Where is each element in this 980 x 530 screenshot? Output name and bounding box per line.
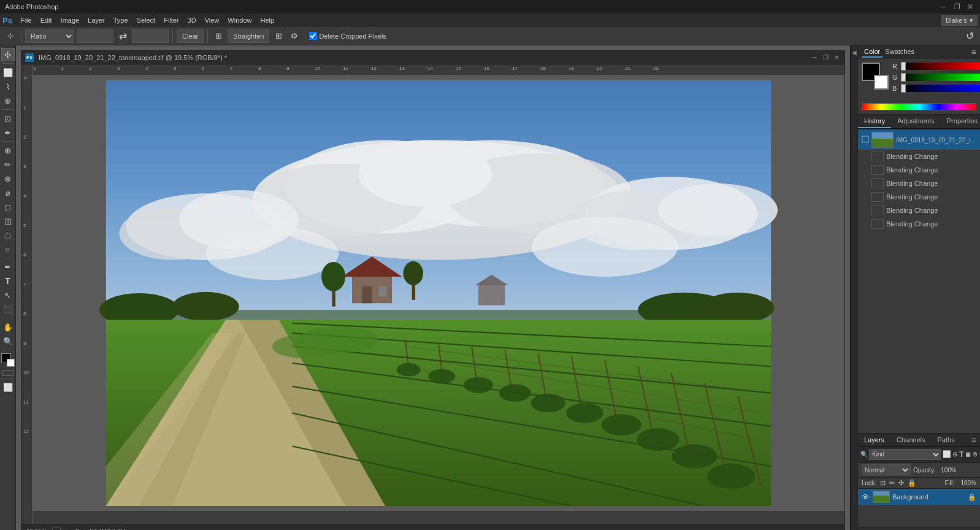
brush-tool[interactable]: ✏ [1,158,15,171]
history-brush-tool[interactable]: ⌀ [1,186,15,199]
color-spectrum-bar[interactable] [862,103,976,110]
history-item-5[interactable]: Blending Change [858,204,980,217]
menu-edit[interactable]: Edit [37,15,56,25]
layer-visibility-btn[interactable]: 👁 [862,493,870,502]
zoom-tool[interactable]: 🔍 [1,334,15,348]
paths-tab[interactable]: Paths [932,434,961,446]
clone-stamp-tool[interactable]: ⊗ [1,172,15,185]
layers-panel-options-btn[interactable]: ≡ [968,434,980,446]
quick-select-tool[interactable]: ⊛ [1,94,15,107]
crop-tool[interactable]: ⊡ [1,112,15,125]
close-button[interactable]: ✕ [965,2,975,11]
filter-shape-btn[interactable]: ◼ [965,450,971,458]
filter-smart-btn[interactable]: ⊗ [972,450,978,458]
history-snapshot-item[interactable]: IMG_0918_19_20_21_22_t... [858,130,980,150]
doc-minimize-btn[interactable]: ─ [810,53,819,62]
height-input[interactable] [132,29,169,43]
history-snapshot-thumb [871,132,894,148]
menu-window[interactable]: Window [224,15,255,25]
width-input[interactable] [77,29,113,43]
adjustments-tab[interactable]: Adjustments [891,115,941,128]
layer-background[interactable]: 👁 Background 🔒 [858,489,980,505]
path-select-tool[interactable]: ↖ [1,288,15,302]
proof-colors-btn[interactable]: ⊞ [52,528,61,531]
type-tool[interactable]: T [1,274,15,288]
history-item-4[interactable]: Blending Change [858,190,980,204]
hand-tool[interactable]: ✋ [1,320,15,334]
profile-selector[interactable]: Blake's ▾ [941,15,978,26]
lock-position-btn[interactable]: ✣ [898,479,904,487]
gradient-tool[interactable]: ◫ [1,214,15,228]
background-color[interactable] [7,359,15,367]
filter-type-btn[interactable]: T [959,450,964,459]
quick-mask-btn[interactable] [2,370,13,376]
menu-view[interactable]: View [201,15,223,25]
green-slider[interactable] [901,74,980,81]
history-item-6[interactable]: Blending Change [858,217,980,231]
menu-select[interactable]: Select [133,15,159,25]
history-snapshot-check [862,136,869,144]
doc-restore-btn[interactable]: ❐ [821,53,830,62]
minimize-button[interactable]: ─ [938,2,948,11]
marquee-tool[interactable]: ⬜ [1,66,15,79]
lock-image-btn[interactable]: ✏ [889,479,895,487]
shape-tool[interactable]: ⬛ [1,302,15,316]
svg-rect-69 [106,80,771,506]
restore-button[interactable]: ❐ [952,2,962,11]
menu-3d[interactable]: 3D [184,15,200,25]
history-item-2[interactable]: Blending Change [858,163,980,177]
filter-pixel-btn[interactable]: ⬜ [943,450,951,458]
dodge-tool[interactable]: ○ [1,242,15,256]
history-panel-tabs: History Adjustments Properties ≡ [858,115,980,129]
screen-mode-btn[interactable]: ⬜ [1,380,15,394]
panel-collapse-btn[interactable]: ◀ [850,45,857,530]
kind-filter-select[interactable]: Kind [869,449,941,460]
menu-filter[interactable]: Filter [160,15,182,25]
lock-all-btn[interactable]: 🔒 [908,479,916,487]
lasso-tool[interactable]: ⌇ [1,80,15,93]
menu-type[interactable]: Type [110,15,132,25]
history-tab[interactable]: History [858,115,891,128]
settings-icon[interactable]: ⚙ [288,29,301,43]
history-item-1[interactable]: Blending Change [858,150,980,163]
document-title: IMG_0918_19_20_21_22_tonemapped.tif @ 19… [39,54,227,61]
menu-image[interactable]: Image [57,15,83,25]
eyedropper-tool[interactable]: ✒ [1,126,15,139]
clear-button[interactable]: Clear [177,29,204,43]
main-area: ✣ ⬜ ⌇ ⊛ ⊡ ✒ ⊕ ✏ ⊗ ⌀ ◻ ◫ ◌ ○ ✒ T ↖ ⬛ ✋ 🔍 [0,45,980,530]
doc-close-btn[interactable]: ✕ [832,53,841,62]
filter-adj-btn[interactable]: ⊕ [952,450,958,458]
rotate-icon[interactable]: ↺ [963,29,976,43]
color-swatches[interactable] [1,353,15,367]
swap-icon[interactable]: ⇄ [116,29,129,43]
eraser-tool[interactable]: ◻ [1,200,15,213]
history-item-3[interactable]: Blending Change [858,177,980,190]
blue-slider[interactable] [901,85,980,92]
menu-file[interactable]: File [17,15,36,25]
straighten-button[interactable]: Straighten [228,29,269,43]
delete-cropped-checkbox[interactable]: Delete Cropped Pixels [309,32,386,40]
move-tool[interactable]: ✣ [1,48,15,61]
move-tool-icon: ⊹ [4,29,17,43]
background-swatch[interactable] [874,75,889,90]
delete-cropped-input[interactable] [309,32,317,40]
channels-tab[interactable]: Channels [890,434,931,446]
blend-mode-select[interactable]: Normal [862,464,911,475]
menu-layer[interactable]: Layer [84,15,109,25]
red-slider[interactable] [901,63,980,70]
lock-transparent-btn[interactable]: ⊡ [880,479,886,487]
layer-lock-icon: 🔒 [968,493,976,501]
blur-tool[interactable]: ◌ [1,228,15,242]
pen-tool[interactable]: ✒ [1,260,15,274]
swatches-tab[interactable]: Swatches [882,47,917,58]
menu-help[interactable]: Help [256,15,278,25]
color-tab[interactable]: Color [862,47,882,58]
layers-tab[interactable]: Layers [858,434,890,446]
ratio-select[interactable]: Ratio [25,29,74,43]
history-item-thumb-2 [871,165,884,175]
layers-bottom-controls: 🔗 ✦ ⬜ 📁 📄 🗑 [858,528,980,530]
healing-brush-tool[interactable]: ⊕ [1,144,15,157]
layers-list: 👁 Background 🔒 [858,489,980,528]
properties-tab[interactable]: Properties [941,115,980,128]
color-panel-options-btn[interactable]: ≡ [971,47,976,57]
